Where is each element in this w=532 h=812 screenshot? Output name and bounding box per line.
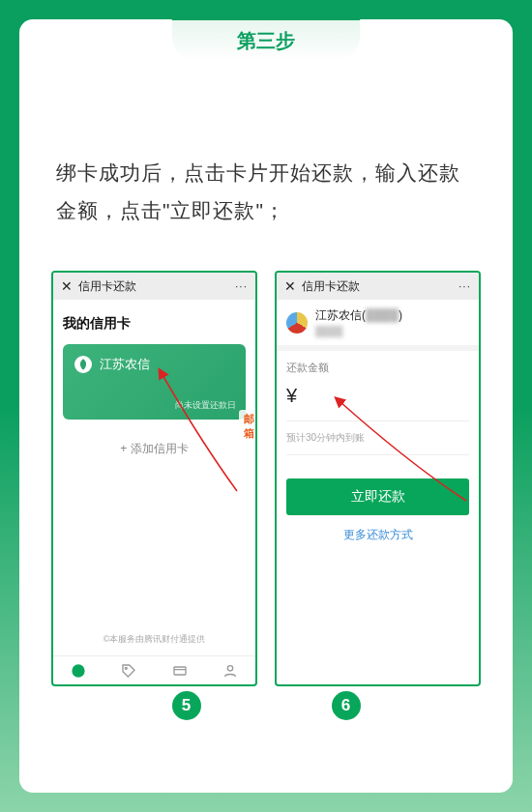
nav-profile-icon[interactable] bbox=[222, 662, 239, 680]
titlebar: ✕ 信用卡还款 ··· bbox=[277, 273, 479, 300]
amount-input[interactable]: ¥ bbox=[286, 385, 469, 407]
amount-label: 还款金额 bbox=[286, 361, 469, 375]
nav-wallet-icon[interactable]: ¥ bbox=[70, 662, 87, 680]
close-icon[interactable]: ✕ bbox=[61, 278, 73, 294]
currency-symbol: ¥ bbox=[286, 385, 297, 406]
bank-row[interactable]: 江苏农信(████) ████ bbox=[277, 300, 479, 351]
close-icon[interactable]: ✕ bbox=[284, 278, 296, 294]
bank-logo-icon bbox=[286, 312, 308, 334]
svg-rect-3 bbox=[174, 667, 186, 675]
step-badge: 第三步 bbox=[172, 19, 361, 62]
page-title: 信用卡还款 bbox=[78, 278, 136, 295]
step-circle-6: 6 bbox=[332, 691, 361, 720]
eta-text: 预计30分钟内到账 bbox=[286, 421, 469, 454]
page-title: 信用卡还款 bbox=[302, 278, 360, 295]
svg-point-5 bbox=[227, 665, 232, 670]
bank-logo-icon bbox=[74, 356, 92, 373]
bottom-nav: ¥ bbox=[53, 655, 255, 684]
bank-sub: ████ bbox=[315, 326, 342, 336]
pay-now-button[interactable]: 立即还款 bbox=[286, 478, 469, 515]
section-heading: 我的信用卡 bbox=[63, 315, 246, 333]
instruction-text: 绑卡成功后，点击卡片开始还款，输入还款金额，点击"立即还款"； bbox=[56, 155, 476, 230]
masked-digits: ████ bbox=[366, 308, 399, 322]
add-card-button[interactable]: + 添加信用卡 bbox=[63, 420, 246, 478]
svg-point-2 bbox=[126, 667, 128, 669]
phone-screenshot-6: ✕ 信用卡还款 ··· 江苏农信(████) ████ 还款金额 ¥ bbox=[275, 271, 481, 686]
more-payment-ways-link[interactable]: 更多还款方式 bbox=[277, 515, 479, 555]
bank-name: 江苏农信( bbox=[315, 308, 366, 322]
tutorial-card: 第三步 绑卡成功后，点击卡片开始还款，输入还款金额，点击"立即还款"； ✕ 信用… bbox=[19, 19, 513, 793]
more-icon[interactable]: ··· bbox=[458, 279, 471, 293]
svg-text:¥: ¥ bbox=[75, 666, 81, 675]
card-note: 尚未设置还款日 bbox=[175, 399, 236, 412]
credit-card-tile[interactable]: 江苏农信 尚未设置还款日 bbox=[63, 344, 246, 420]
nav-card-icon[interactable] bbox=[171, 662, 189, 680]
footer-note: ©本服务由腾讯财付通提供 bbox=[53, 633, 255, 646]
phone-screenshots: ✕ 信用卡还款 ··· 我的信用卡 江苏农信 尚未设置还款日 + 添加信用卡 bbox=[51, 271, 481, 686]
more-icon[interactable]: ··· bbox=[235, 279, 248, 293]
bank-name: 江苏农信 bbox=[100, 356, 150, 373]
step-circle-5: 5 bbox=[172, 691, 201, 720]
step-number-row: 5 6 bbox=[19, 691, 513, 720]
nav-tag-icon[interactable] bbox=[120, 662, 137, 680]
phone-screenshot-5: ✕ 信用卡还款 ··· 我的信用卡 江苏农信 尚未设置还款日 + 添加信用卡 bbox=[51, 271, 257, 686]
email-badge: 邮箱 bbox=[239, 410, 257, 443]
step-label: 第三步 bbox=[237, 28, 295, 54]
titlebar: ✕ 信用卡还款 ··· bbox=[53, 273, 255, 300]
divider bbox=[286, 454, 469, 455]
